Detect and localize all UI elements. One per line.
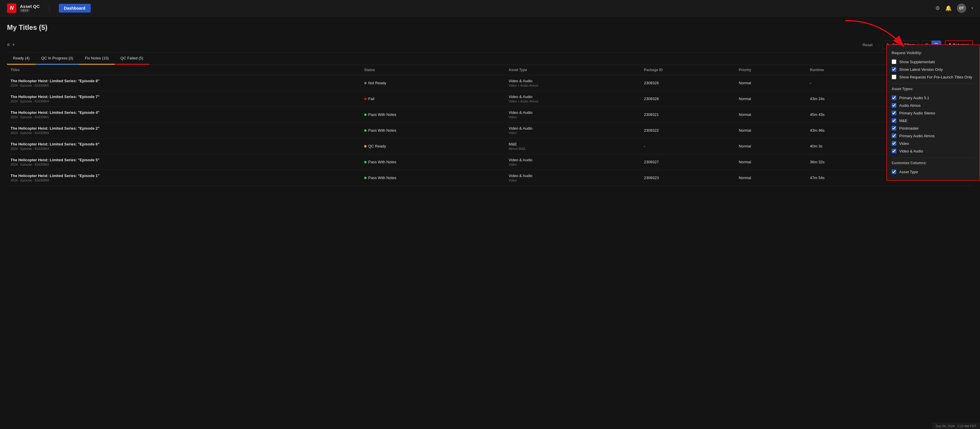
checkbox-at-5[interactable]	[892, 134, 896, 138]
asset-types-label: Asset Types:	[892, 87, 975, 91]
cell-status: QC Ready	[361, 139, 505, 154]
table-container: Titles Status Asset Type Package ID Prio…	[7, 65, 973, 186]
at-label-1: Audio Atmos	[899, 103, 921, 108]
table-row[interactable]: The Helicopter Heist: Limited Series: "E…	[7, 75, 973, 91]
asset-type-item-2[interactable]: Primary Audio Stereo	[892, 109, 975, 117]
table-row[interactable]: The Helicopter Heist: Limited Series: "E…	[7, 91, 973, 107]
asset-type-items: Primary Audio 5.1Audio AtmosPrimary Audi…	[892, 94, 975, 155]
checkbox-rv-1[interactable]	[892, 67, 896, 72]
asset-type-item-7[interactable]: Video & Audio	[892, 147, 975, 155]
avatar-dropdown-icon[interactable]: ▾	[972, 6, 973, 10]
status-dot	[364, 82, 367, 84]
cell-status: Pass With Notes	[361, 107, 505, 123]
status-text: Pass With Notes	[368, 160, 396, 164]
status-text: Fail	[368, 97, 374, 101]
checkbox-rv-2[interactable]	[892, 75, 896, 79]
cell-status: Pass With Notes	[361, 170, 505, 186]
dropdown-divider-1	[892, 84, 975, 84]
app-title-block: Asset QC TEST	[20, 4, 40, 12]
status-dot	[364, 98, 367, 100]
cell-priority: Normal	[735, 170, 807, 186]
request-visibility-item-1[interactable]: Show Latest Version Only	[892, 65, 975, 73]
status-text: QC Ready	[368, 144, 386, 148]
tabs-bar: Ready (4) QC In Progress (0) Fix Notes (…	[7, 53, 973, 65]
checkbox-cc-0[interactable]	[892, 169, 896, 174]
checkbox-at-6[interactable]	[892, 141, 896, 146]
title-sub: 2024 · Episode · 81630905	[11, 84, 357, 87]
table-row[interactable]: The Helicopter Heist: Limited Series: "E…	[7, 154, 973, 170]
col-asset-type: Asset Type	[505, 65, 641, 75]
title-main: The Helicopter Heist: Limited Series: "E…	[11, 142, 357, 146]
cell-title: The Helicopter Heist: Limited Series: "E…	[7, 123, 361, 139]
at-label-3: M&E	[899, 118, 907, 123]
header-left: N Asset QC TEST Dashboard	[7, 3, 91, 13]
header-divider	[49, 3, 49, 13]
request-visibility-item-0[interactable]: Show Supplementals	[892, 58, 975, 65]
status-text: Pass With Notes	[368, 112, 396, 117]
asset-type-item-0[interactable]: Primary Audio 5.1	[892, 94, 975, 102]
filter-icon[interactable]: ≡	[7, 42, 10, 48]
cell-title: The Helicopter Heist: Limited Series: "E…	[7, 170, 361, 186]
rv-label-0: Show Supplementals	[899, 60, 935, 64]
table-row[interactable]: The Helicopter Heist: Limited Series: "E…	[7, 123, 973, 139]
asset-type-sub: Video + Audio Atmos	[509, 99, 637, 103]
settings-icon[interactable]: ⚙	[935, 5, 940, 11]
customize-col-item-0[interactable]: Asset Type	[892, 168, 975, 175]
at-label-2: Primary Audio Stereo	[899, 111, 935, 115]
checkbox-at-0[interactable]	[892, 96, 896, 100]
cell-priority: Normal	[735, 91, 807, 107]
request-visibility-item-2[interactable]: Show Requests For Pre-Launch Titles Only	[892, 73, 975, 81]
cell-priority: Normal	[735, 154, 807, 170]
asset-type-item-1[interactable]: Audio Atmos	[892, 102, 975, 109]
asset-type-item-5[interactable]: Primary Audio Atmos	[892, 132, 975, 140]
checkbox-at-4[interactable]	[892, 126, 896, 131]
cell-asset-type: Video & Audio Video + Audio Atmos	[505, 75, 641, 91]
cell-package-id: 2309326	[640, 75, 735, 91]
asset-type-item-3[interactable]: M&E	[892, 117, 975, 124]
asset-type-item-4[interactable]: Printmaster	[892, 124, 975, 132]
status-dot	[364, 177, 367, 179]
title-main: The Helicopter Heist: Limited Series: "E…	[11, 174, 357, 178]
tab-qc-failed[interactable]: QC Failed (5)	[115, 53, 149, 65]
reset-button[interactable]: Reset	[860, 41, 875, 48]
table-row[interactable]: The Helicopter Heist: Limited Series: "E…	[7, 107, 973, 123]
cell-status: Fail	[361, 91, 505, 107]
checkbox-at-2[interactable]	[892, 111, 896, 115]
add-filter-icon[interactable]: +	[12, 42, 14, 48]
cell-status: Pass With Notes	[361, 123, 505, 139]
checkbox-rv-0[interactable]	[892, 59, 896, 64]
cc-label-0: Asset Type	[899, 170, 918, 174]
title-sub: 2024 · Episode · 81630901	[11, 115, 357, 119]
status-dot	[364, 145, 367, 147]
col-titles: Titles	[7, 65, 361, 75]
asset-type-sub: Video + Audio Atmos	[509, 84, 637, 87]
cell-priority: Normal	[735, 123, 807, 139]
netflix-logo: N	[7, 3, 16, 13]
cell-package-id: -	[640, 139, 735, 154]
tab-fix-notes[interactable]: Fix Notes (10)	[79, 53, 115, 65]
title-sub: 2024 · Episode · 81630898	[11, 179, 357, 182]
avatar[interactable]: DT	[957, 3, 966, 13]
cell-package-id: 2309323	[640, 170, 735, 186]
table-row[interactable]: The Helicopter Heist: Limited Series: "E…	[7, 170, 973, 186]
toolbar: ≡ + Reset 🔖 Saved Filters ⊞ ☰ ⫴ Columns	[7, 37, 973, 53]
title-main: The Helicopter Heist: Limited Series: "E…	[11, 94, 357, 99]
tab-qc-in-progress[interactable]: QC In Progress (0)	[35, 53, 79, 65]
dashboard-button[interactable]: Dashboard	[59, 4, 91, 13]
header: N Asset QC TEST Dashboard ⚙ 🔔 DT ▾	[0, 0, 980, 16]
status-text: Not Ready	[368, 81, 386, 85]
checkbox-at-1[interactable]	[892, 103, 896, 108]
cell-status: Not Ready	[361, 75, 505, 91]
table-row[interactable]: The Helicopter Heist: Limited Series: "E…	[7, 139, 973, 154]
header-right: ⚙ 🔔 DT ▾	[935, 3, 973, 13]
checkbox-at-7[interactable]	[892, 149, 896, 153]
bell-icon[interactable]: 🔔	[945, 5, 951, 11]
tab-ready[interactable]: Ready (4)	[7, 53, 35, 65]
asset-type-item-6[interactable]: Video	[892, 140, 975, 147]
at-label-4: Printmaster	[899, 126, 919, 131]
asset-type-main: M&E	[509, 142, 637, 146]
customize-column-items: Asset Type	[892, 168, 975, 175]
checkbox-at-3[interactable]	[892, 118, 896, 123]
at-label-6: Video	[899, 141, 909, 146]
title-sub: 2024 · Episode · 81630904	[11, 99, 357, 103]
